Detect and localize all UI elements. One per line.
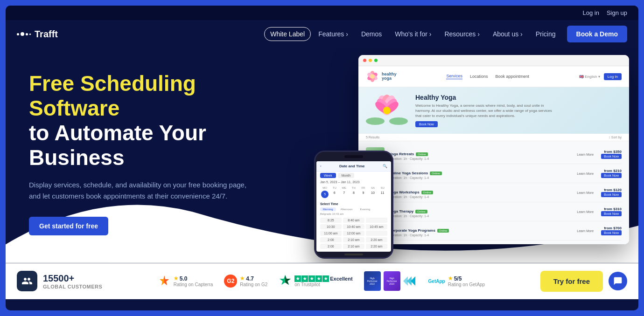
service-badge-3: Online xyxy=(421,191,433,194)
try-free-button[interactable]: Try for free xyxy=(540,271,603,292)
customers-icon xyxy=(17,271,37,291)
trustpilot-label: on Trustpilot xyxy=(294,282,352,287)
navbar: Trafft White Label Features › Demos Who'… xyxy=(6,20,638,48)
getapp-logo: GetApp xyxy=(428,279,445,284)
time-slot-1[interactable]: 8:25 xyxy=(320,218,342,223)
service-sub-4: Duration: 1h · Capacity: 1-4 xyxy=(389,214,572,218)
time-slot-7[interactable]: 11:00 am xyxy=(320,231,342,236)
language-selector[interactable]: 🇬🇧 English ▾ xyxy=(579,75,600,79)
service-learn-4[interactable]: Learn More xyxy=(577,210,594,213)
service-price-5: from $700 xyxy=(601,226,622,230)
service-book-btn-1[interactable]: Book Now xyxy=(601,154,622,159)
get-started-button[interactable]: Get started for free xyxy=(29,217,108,235)
mobile-period-toggle: Morning Afternoon Evening xyxy=(320,207,373,211)
week-toggle[interactable]: Week xyxy=(320,173,336,178)
month-toggle[interactable]: Month xyxy=(338,173,354,178)
yoga-header-right: 🇬🇧 English ▾ Log In xyxy=(579,73,622,80)
nav-features[interactable]: Features › xyxy=(313,27,354,41)
signup-link[interactable]: Sign up xyxy=(607,9,627,16)
nav-white-label[interactable]: White Label xyxy=(264,27,311,41)
service-price-3: from $120 xyxy=(601,188,622,192)
mockup-topbar xyxy=(358,55,629,66)
customers-text: 15500+ GLOBAL CUSTOMERS xyxy=(43,273,102,289)
day-sa: SA xyxy=(368,186,378,189)
day-su: SU xyxy=(378,186,387,189)
yoga-book-now-btn[interactable]: Book Now xyxy=(415,121,438,127)
yoga-services-link[interactable]: Services xyxy=(446,74,462,79)
service-book-btn-4[interactable]: Book Now xyxy=(601,211,622,216)
sort-label[interactable]: ↕ Sort by xyxy=(609,136,622,139)
service-book-btn-5[interactable]: Book Now xyxy=(601,230,622,235)
service-badge-1: Online xyxy=(416,152,427,156)
period-afternoon[interactable]: Afternoon xyxy=(338,207,356,211)
cal-day-11[interactable]: 11 xyxy=(378,191,387,198)
period-evening[interactable]: Evening xyxy=(357,207,373,211)
svg-point-16 xyxy=(389,117,408,125)
service-learn-3[interactable]: Learn More xyxy=(577,191,594,194)
login-link[interactable]: Log in xyxy=(582,9,599,16)
svg-marker-18 xyxy=(164,275,169,285)
g2-rating: G2 ★ 4.7 Rating on G2 xyxy=(224,275,267,288)
yoga-header: healthy yoga Services Locations Book app… xyxy=(358,66,629,87)
service-name-1: Yoga Retreats xyxy=(389,152,414,156)
service-book-btn-2[interactable]: Book Now xyxy=(601,173,622,178)
nav-pricing[interactable]: Pricing xyxy=(530,27,561,41)
g2-logo: G2 xyxy=(224,275,237,288)
table-row: Yoga TherapyOnline Duration: 1h · Capaci… xyxy=(366,202,622,221)
cal-day-10[interactable]: 10 xyxy=(368,191,378,198)
time-slot-6[interactable]: 10:45 am xyxy=(366,224,387,229)
service-learn-5[interactable]: Learn More xyxy=(577,229,594,233)
service-info-3: Yoga WorkshopsOnline Duration: 1h · Capa… xyxy=(389,187,572,199)
time-slot-15[interactable]: 2:20 am xyxy=(366,244,387,249)
logo[interactable]: Trafft xyxy=(17,29,58,40)
service-badge-4: Online xyxy=(415,210,427,213)
footer-stats: 15500+ GLOBAL CUSTOMERS ★ xyxy=(6,263,638,299)
cal-day-9[interactable]: 9 xyxy=(358,191,368,198)
day-mo: MO xyxy=(320,186,330,189)
capterra-logo xyxy=(158,275,171,288)
service-learn-1[interactable]: Learn More xyxy=(577,153,594,156)
mobile-search-icon[interactable]: 🔍 xyxy=(383,164,387,168)
yoga-login-btn[interactable]: Log In xyxy=(604,73,622,80)
nav-about-us[interactable]: About us › xyxy=(487,27,528,41)
mobile-notch-bar xyxy=(344,155,363,158)
getapp-arrows xyxy=(403,276,417,286)
inner-container: Log in Sign up Trafft White Label Featur… xyxy=(6,6,638,310)
chat-button[interactable] xyxy=(609,272,627,290)
trustpilot-rating: ★ ★ ★ ★ ★ Excellent on Trustpilot xyxy=(279,274,352,289)
time-slot-13[interactable]: 2:00 xyxy=(320,244,342,249)
customers-label: GLOBAL CUSTOMERS xyxy=(43,284,102,289)
time-slot-8[interactable]: 12:00 am xyxy=(343,231,364,236)
service-badge-5: Online xyxy=(437,229,449,233)
book-demo-button[interactable]: Book a Demo xyxy=(567,26,627,42)
period-morning[interactable]: Morning xyxy=(320,207,336,211)
service-name-2: Online Yoga Sessions xyxy=(389,171,428,175)
nav-demos[interactable]: Demos xyxy=(356,27,387,41)
service-book-btn-3[interactable]: Book Now xyxy=(601,192,622,197)
nav-resources[interactable]: Resources › xyxy=(439,27,485,41)
yoga-book-link[interactable]: Book appointment xyxy=(496,74,530,79)
logo-text: Trafft xyxy=(35,29,58,40)
nav-whos-it-for[interactable]: Who's it for › xyxy=(389,27,437,41)
award-badges: High Performer 2022 High Performer 2023 xyxy=(364,271,417,291)
yoga-banner: Healthy Yoga Welcome to Healthy Yoga, a … xyxy=(358,87,629,134)
cal-day-5[interactable]: 5 xyxy=(321,191,329,198)
time-slot-5[interactable]: 10:40 am xyxy=(343,224,364,229)
trustpilot-logo xyxy=(279,274,292,289)
time-slot-10[interactable]: 2:00 xyxy=(320,237,342,242)
time-slot-12[interactable]: 2:20 am xyxy=(366,237,387,242)
service-learn-2[interactable]: Learn More xyxy=(577,172,594,175)
cal-day-8[interactable]: 8 xyxy=(349,191,359,198)
mobile-back-icon[interactable]: ‹ xyxy=(320,164,322,168)
time-slot-11[interactable]: 2:10 am xyxy=(343,237,364,242)
cal-day-6[interactable]: 6 xyxy=(329,191,339,198)
yoga-description: Welcome to Healthy Yoga, a serene oasis … xyxy=(415,103,555,119)
cal-day-7[interactable]: 7 xyxy=(339,191,349,198)
book-demo-outline-button[interactable]: Book a demo xyxy=(116,217,177,235)
service-name-3: Yoga Workshops xyxy=(389,190,420,194)
service-sub-2: Duration: 1h · Capacity: 1-4 xyxy=(389,176,572,179)
time-slot-4[interactable]: 10:30 xyxy=(320,224,342,229)
time-slot-2[interactable]: 8:40 am xyxy=(343,218,364,223)
time-slot-14[interactable]: 2:10 am xyxy=(343,244,364,249)
yoga-locations-link[interactable]: Locations xyxy=(470,74,488,79)
